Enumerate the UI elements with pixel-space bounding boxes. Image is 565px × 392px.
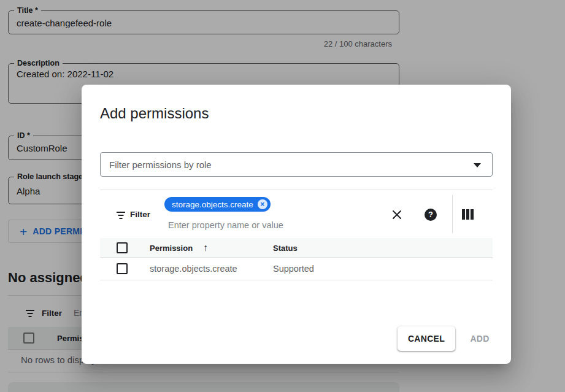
sort-ascending-icon[interactable]: ↑	[203, 242, 208, 253]
chip-remove-icon[interactable]: ×	[258, 199, 267, 209]
role-filter-dropdown-value: Filter permissions by role	[109, 159, 212, 170]
help-icon[interactable]: ?	[425, 209, 437, 221]
dialog-table-header: Permission ↑ Status	[100, 238, 493, 258]
cancel-button[interactable]: CANCEL	[398, 326, 455, 351]
chevron-down-icon	[474, 163, 481, 167]
column-display-icon[interactable]	[462, 209, 474, 221]
add-permissions-dialog: Add permissions Filter permissions by ro…	[82, 85, 511, 364]
dialog-filter-bar: Filter storage.objects.create × ?	[100, 190, 493, 238]
permission-column-header: Permission	[150, 243, 193, 252]
row-checkbox[interactable]	[117, 263, 128, 274]
status-column-header: Status	[273, 243, 298, 252]
filter-chip-label: storage.objects.create	[172, 200, 253, 209]
filter-list-icon	[115, 209, 126, 220]
clear-filters-icon[interactable]	[391, 209, 403, 221]
select-all-checkbox[interactable]	[117, 242, 128, 253]
row-status-value: Supported	[273, 264, 314, 274]
filter-chip[interactable]: storage.objects.create ×	[164, 197, 271, 212]
add-button[interactable]: ADD	[458, 326, 502, 351]
dialog-filter-input[interactable]	[168, 220, 352, 230]
row-permission-value: storage.objects.create	[150, 264, 237, 274]
table-row: storage.objects.create Supported	[100, 258, 493, 280]
dialog-title: Add permissions	[100, 105, 209, 122]
role-filter-dropdown[interactable]: Filter permissions by role	[100, 152, 493, 177]
page-root: Title * 22 / 100 characters Description …	[0, 0, 565, 392]
toolbar-divider	[452, 195, 453, 233]
filter-label: Filter	[130, 210, 150, 219]
